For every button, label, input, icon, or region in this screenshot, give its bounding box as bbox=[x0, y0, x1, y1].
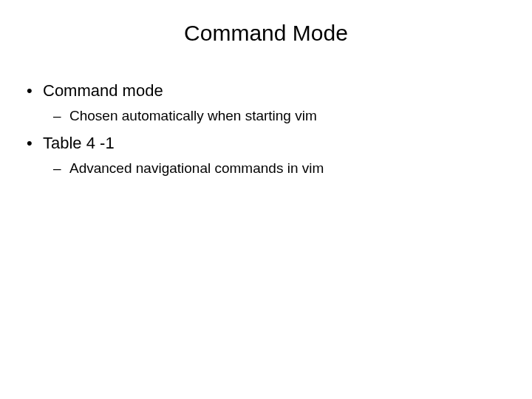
bullet-level-1: Table 4 -1 bbox=[22, 132, 510, 154]
bullet-text: Table 4 -1 bbox=[43, 134, 115, 152]
bullet-level-2: Chosen automatically when starting vim bbox=[22, 106, 510, 126]
bullet-text: Chosen automatically when starting vim bbox=[69, 108, 317, 123]
bullet-level-2: Advanced navigational commands in vim bbox=[22, 159, 510, 178]
slide-title: Command Mode bbox=[0, 21, 532, 46]
slide-body: Command mode Chosen automatically when s… bbox=[22, 80, 510, 185]
bullet-text: Command mode bbox=[43, 81, 163, 100]
bullet-text: Advanced navigational commands in vim bbox=[69, 160, 324, 176]
slide: Command Mode Command mode Chosen automat… bbox=[0, 0, 532, 399]
bullet-level-1: Command mode bbox=[22, 80, 510, 102]
